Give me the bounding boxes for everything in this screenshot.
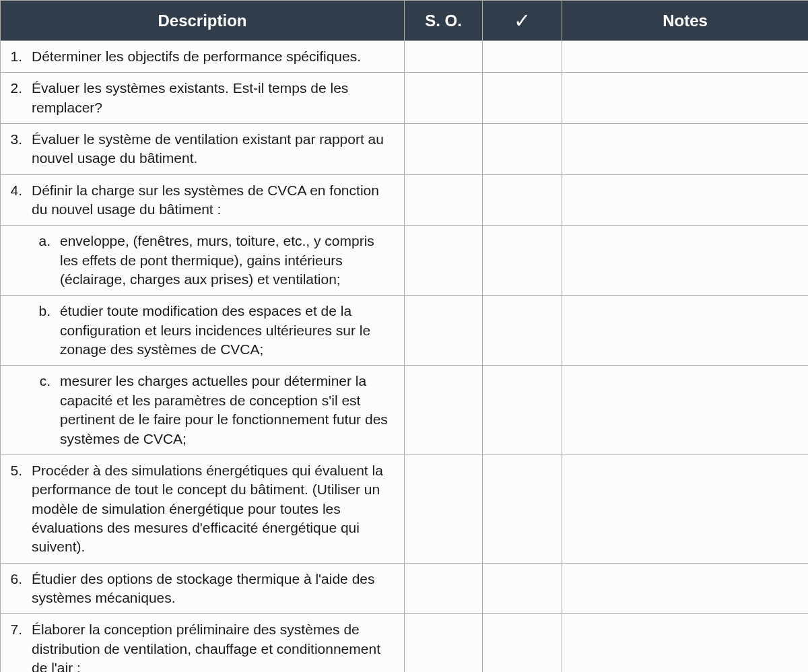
cell-so[interactable] bbox=[405, 563, 483, 614]
cell-notes[interactable] bbox=[562, 73, 809, 124]
table-row: 5.Procéder à des simulations énergétique… bbox=[1, 455, 809, 563]
table-row: 7.Élaborer la conception préliminaire de… bbox=[1, 614, 809, 672]
checklist-table: Description S. O. ✓ Notes 1.Déterminer l… bbox=[0, 0, 808, 672]
cell-description: 7.Élaborer la conception préliminaire de… bbox=[1, 614, 405, 672]
cell-so[interactable] bbox=[405, 296, 483, 366]
item-text: mesurer les charges actuelles pour déter… bbox=[60, 372, 396, 448]
item-text: Élaborer la conception préliminaire des … bbox=[32, 620, 396, 672]
header-notes: Notes bbox=[562, 1, 809, 41]
cell-notes[interactable] bbox=[562, 124, 809, 175]
header-so: S. O. bbox=[405, 1, 483, 41]
item-number: 3. bbox=[6, 130, 22, 168]
item-number: a. bbox=[34, 232, 50, 289]
cell-check[interactable] bbox=[483, 73, 562, 124]
item-number: c. bbox=[34, 372, 50, 448]
table-row: c.mesurer les charges actuelles pour dét… bbox=[1, 366, 809, 455]
cell-notes[interactable] bbox=[562, 41, 809, 73]
item-text: Étudier des options de stockage thermiqu… bbox=[32, 570, 396, 608]
header-check: ✓ bbox=[483, 1, 562, 41]
cell-so[interactable] bbox=[405, 73, 483, 124]
cell-so[interactable] bbox=[405, 614, 483, 672]
item-text: Évaluer les systèmes existants. Est-il t… bbox=[32, 79, 396, 117]
cell-description: 3.Évaluer le système de ventilation exis… bbox=[1, 124, 405, 175]
table-row: b.étudier toute modification des espaces… bbox=[1, 296, 809, 366]
cell-notes[interactable] bbox=[562, 226, 809, 296]
table-row: 1.Déterminer les objectifs de performanc… bbox=[1, 41, 809, 73]
item-text: Procéder à des simulations énergétiques … bbox=[32, 461, 396, 557]
cell-so[interactable] bbox=[405, 174, 483, 226]
cell-check[interactable] bbox=[483, 41, 562, 73]
cell-check[interactable] bbox=[483, 296, 562, 366]
cell-check[interactable] bbox=[483, 614, 562, 672]
cell-notes[interactable] bbox=[562, 563, 809, 614]
cell-description: 5.Procéder à des simulations énergétique… bbox=[1, 455, 405, 563]
cell-notes[interactable] bbox=[562, 614, 809, 672]
cell-description: c.mesurer les charges actuelles pour dét… bbox=[1, 366, 405, 455]
cell-notes[interactable] bbox=[562, 366, 809, 455]
cell-so[interactable] bbox=[405, 226, 483, 296]
item-text: Déterminer les objectifs de performance … bbox=[32, 47, 396, 66]
table-row: 2.Évaluer les systèmes existants. Est-il… bbox=[1, 73, 809, 124]
item-number: 5. bbox=[6, 461, 22, 557]
cell-description: 2.Évaluer les systèmes existants. Est-il… bbox=[1, 73, 405, 124]
cell-description: a.enveloppe, (fenêtres, murs, toiture, e… bbox=[1, 226, 405, 296]
table-row: a.enveloppe, (fenêtres, murs, toiture, e… bbox=[1, 226, 809, 296]
cell-notes[interactable] bbox=[562, 455, 809, 563]
item-text: Définir la charge sur les systèmes de CV… bbox=[32, 181, 396, 220]
cell-check[interactable] bbox=[483, 563, 562, 614]
cell-check[interactable] bbox=[483, 455, 562, 563]
header-description: Description bbox=[1, 1, 405, 41]
cell-notes[interactable] bbox=[562, 174, 809, 226]
cell-check[interactable] bbox=[483, 226, 562, 296]
cell-so[interactable] bbox=[405, 366, 483, 455]
cell-check[interactable] bbox=[483, 174, 562, 226]
check-icon: ✓ bbox=[514, 9, 531, 32]
item-number: b. bbox=[34, 302, 50, 359]
cell-check[interactable] bbox=[483, 124, 562, 175]
item-text: étudier toute modification des espaces e… bbox=[60, 302, 396, 359]
cell-so[interactable] bbox=[405, 41, 483, 73]
table-row: 3.Évaluer le système de ventilation exis… bbox=[1, 124, 809, 175]
item-number: 2. bbox=[6, 79, 22, 117]
cell-so[interactable] bbox=[405, 455, 483, 563]
table-header-row: Description S. O. ✓ Notes bbox=[1, 1, 809, 41]
item-number: 7. bbox=[6, 620, 22, 672]
item-text: Évaluer le système de ventilation exista… bbox=[32, 130, 396, 168]
table-row: 4.Définir la charge sur les systèmes de … bbox=[1, 174, 809, 226]
cell-check[interactable] bbox=[483, 366, 562, 455]
cell-description: 6.Étudier des options de stockage thermi… bbox=[1, 563, 405, 614]
table-row: 6.Étudier des options de stockage thermi… bbox=[1, 563, 809, 614]
cell-description: 4.Définir la charge sur les systèmes de … bbox=[1, 174, 405, 226]
item-text: enveloppe, (fenêtres, murs, toiture, etc… bbox=[60, 232, 396, 289]
cell-description: 1.Déterminer les objectifs de performanc… bbox=[1, 41, 405, 73]
cell-description: b.étudier toute modification des espaces… bbox=[1, 296, 405, 366]
cell-so[interactable] bbox=[405, 124, 483, 175]
cell-notes[interactable] bbox=[562, 296, 809, 366]
item-number: 6. bbox=[6, 570, 22, 608]
item-number: 4. bbox=[6, 181, 22, 220]
item-number: 1. bbox=[6, 47, 22, 66]
